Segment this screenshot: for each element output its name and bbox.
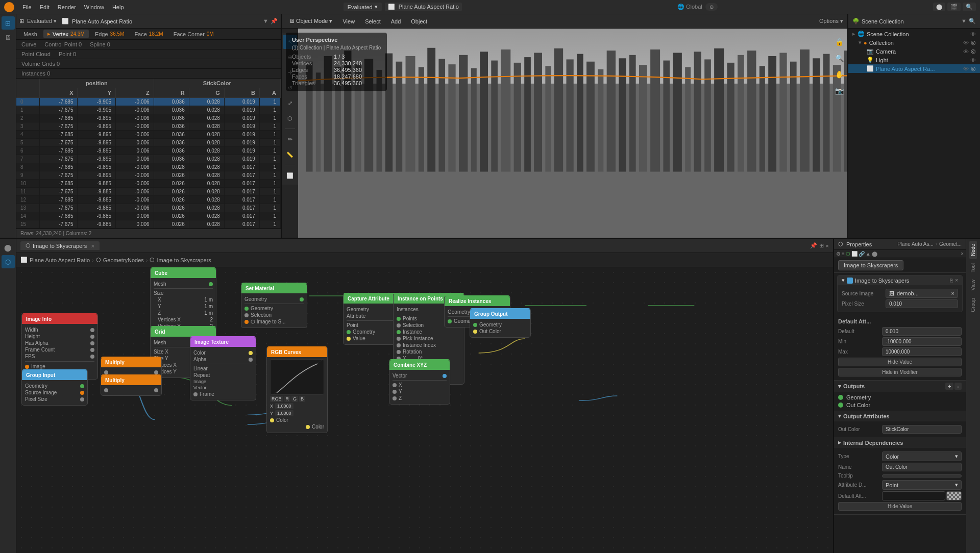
default-color-swatch-checker[interactable] <box>946 491 962 500</box>
node-canvas[interactable]: Image Info Width Height Has Alpha Frame … <box>16 267 833 553</box>
collection-item-plane[interactable]: ⬜ Plane Auto Aspect Ra... 👁 ◎ <box>848 64 980 73</box>
node-editor-mode-icon[interactable]: ⬤ <box>2 241 15 254</box>
tab-mesh[interactable]: Mesh <box>19 30 41 38</box>
search-btn[interactable]: 🔍 <box>963 3 976 11</box>
curve-x-val[interactable]: 1.0000 <box>275 403 293 409</box>
subtab-point-cloud[interactable]: Point Cloud <box>19 51 53 58</box>
tab-face-corner[interactable]: Face Corner 0M <box>169 30 218 38</box>
plane-restrict[interactable]: ◎ <box>971 65 976 72</box>
subtab-spline[interactable]: Spline 0 <box>88 41 112 48</box>
menu-render[interactable]: Render <box>54 3 80 11</box>
spreadsheet-mode[interactable]: Evaluated ▾ <box>27 18 57 24</box>
node-geometry-icon[interactable]: ⬡ <box>2 255 15 268</box>
curve-rgb-btn[interactable]: RGB <box>270 396 283 402</box>
tab-tool[interactable]: Tool <box>969 260 977 275</box>
node-close[interactable]: × <box>826 243 829 249</box>
annotate-tool[interactable]: ✏ <box>283 132 297 146</box>
table-row[interactable]: 0-7.685-9.905-0.0060.0360.0280.0191 <box>16 98 281 106</box>
max-value[interactable]: 10000.000 <box>882 347 962 356</box>
pixel-size-input[interactable]: 0.010 <box>886 299 958 308</box>
col-header-y[interactable]: Y <box>78 88 116 98</box>
pin-icon[interactable]: 📌 <box>271 18 278 24</box>
node-set-material[interactable]: Set Material Geometry Geometry Selection… <box>241 283 307 328</box>
view-layer-btn[interactable]: 🎬 <box>947 3 961 11</box>
node-options[interactable]: ⊞ <box>819 242 824 249</box>
camera-restrict[interactable]: ◎ <box>971 48 976 55</box>
tab-edge[interactable]: Edge 36.5M <box>91 30 129 38</box>
collection-item-light[interactable]: 💡 Light 👁 <box>848 56 980 64</box>
collection-item-collection[interactable]: ▾ ● Collection 👁 ◎ <box>848 38 980 47</box>
curve-g-btn[interactable]: G <box>291 396 298 402</box>
tab-group[interactable]: Group <box>969 295 977 315</box>
spreadsheet-icon[interactable]: ⊞ <box>2 16 15 30</box>
menu-edit[interactable]: Edit <box>36 3 54 11</box>
outputs-remove-btn[interactable]: - <box>954 383 962 390</box>
table-row[interactable]: 14-7.685-9.8850.0060.0260.0280.0171 <box>16 212 281 220</box>
node-group-output[interactable]: Group Output Geometry Out Color <box>470 308 531 338</box>
table-row[interactable]: 11-7.675-9.885-0.0060.0260.0280.0171 <box>16 188 281 196</box>
internal-deps-title[interactable]: ▸ Internal Dependencies <box>834 437 966 448</box>
breadcrumb-plane[interactable]: Plane Auto Aspect Ratio <box>30 257 90 263</box>
node-multiply-2[interactable]: Multiply <box>101 374 162 396</box>
source-image-selector[interactable]: 🖼 demob... × <box>886 289 958 298</box>
viewport-select-btn[interactable]: Select <box>362 17 384 26</box>
table-row[interactable]: 3-7.675-9.895-0.0060.0360.0280.0191 <box>16 122 281 131</box>
node-group-input[interactable]: Group Input Geometry Source Image Pixel … <box>21 369 88 406</box>
modifier-expand-icon[interactable]: ▾ <box>842 277 845 284</box>
menu-window[interactable]: Window <box>80 3 108 11</box>
modifier-copy-icon[interactable]: ⎘ <box>950 278 953 283</box>
table-row[interactable]: 10-7.685-9.885-0.0060.0260.0280.0171 <box>16 180 281 188</box>
menu-file[interactable]: File <box>18 3 36 11</box>
spreadsheet-table-container[interactable]: position StickColor X Y Z R G B A <box>16 79 281 229</box>
col-header-z[interactable]: Z <box>116 88 154 98</box>
node-pin[interactable]: 📌 <box>810 242 817 249</box>
tab-face[interactable]: Face 18.2M <box>130 30 167 38</box>
table-row[interactable]: 8-7.685-9.895-0.0060.0280.0280.0171 <box>16 163 281 171</box>
viewport-content[interactable]: ↖ ⊕ ✛ ↺ ⤢ ⬡ ✏ 📏 ⬜ <box>282 29 847 238</box>
measure-tool[interactable]: 📏 <box>283 147 297 162</box>
node-combine-xyz[interactable]: Combine XYZ Vector X Y Z <box>389 359 450 405</box>
col-position[interactable]: position <box>39 79 154 88</box>
col-stickcolor[interactable]: StickColor <box>154 79 280 88</box>
mode-selector[interactable]: Evaluated ▾ <box>344 3 382 11</box>
viewport-mode-btn[interactable]: 🖥 Object Mode ▾ <box>286 17 335 26</box>
eye-icon-light[interactable]: 👁 <box>970 57 976 63</box>
view-lock-btn[interactable]: 🔒 <box>832 35 846 49</box>
table-row[interactable]: 7-7.675-9.8950.0060.0360.0280.0191 <box>16 155 281 163</box>
scale-tool[interactable]: ⤢ <box>283 96 297 110</box>
type-selector[interactable]: Color ▾ <box>882 451 962 461</box>
curve-y-val[interactable]: 1.0000 <box>275 410 293 416</box>
eye-icon-collection[interactable]: 👁 <box>963 40 969 46</box>
viewport-view-btn[interactable]: View <box>339 17 358 26</box>
breadcrumb-node[interactable]: Image to Skyscrapers <box>157 257 211 263</box>
table-row[interactable]: 6-7.685-9.8950.0060.0360.0280.0191 <box>16 147 281 155</box>
node-image-texture[interactable]: Image Texture Color Alpha Linear Repeat … <box>190 336 256 400</box>
hide-value-btn[interactable]: Hide Value <box>838 358 962 366</box>
mod-tab-data[interactable]: ▲ <box>866 251 871 257</box>
view-zoom-btn[interactable]: 🔍 <box>832 51 846 65</box>
hide-in-modifier-btn[interactable]: Hide in Modifier <box>838 368 962 376</box>
curve-b-btn[interactable]: B <box>299 396 305 402</box>
tab-node[interactable]: Node <box>969 241 977 259</box>
outliner-filter[interactable]: ▼ <box>961 18 967 24</box>
table-row[interactable]: 13-7.675-9.885-0.0060.0260.0280.0171 <box>16 204 281 212</box>
node-editor-tab[interactable]: ⬡ Image to Skyscrapers × <box>20 241 100 250</box>
node-tab-close[interactable]: × <box>91 243 94 249</box>
table-row[interactable]: 1-7.675-9.905-0.0060.0360.0280.0191 <box>16 106 281 114</box>
render-btn[interactable]: ⬤ <box>933 3 945 11</box>
add-modifier-btn[interactable]: Image to Skyscrapers <box>838 260 903 270</box>
col-header-b[interactable]: B <box>224 88 259 98</box>
table-row[interactable]: 9-7.675-9.895-0.0060.0260.0280.0171 <box>16 171 281 180</box>
subtab-curve[interactable]: Curve <box>19 41 38 48</box>
eye-icon-camera[interactable]: 👁 <box>963 48 969 55</box>
outputs-section-title[interactable]: ▾ Outputs + - <box>834 381 966 392</box>
default-color-swatch-dark[interactable] <box>882 491 945 500</box>
viewport-object-btn[interactable]: Object <box>408 17 430 26</box>
outliner-search[interactable]: 🔍 <box>969 18 976 24</box>
eye-icon-plane[interactable]: 👁 <box>963 66 969 72</box>
hide-value2-btn[interactable]: Hide Value <box>838 502 962 511</box>
mod-tab-physics[interactable]: ≡ <box>842 251 845 257</box>
restrict-icon[interactable]: ◎ <box>971 39 976 46</box>
mod-tab-particles[interactable]: ⚙ <box>836 251 841 257</box>
col-header-r[interactable]: R <box>154 88 189 98</box>
